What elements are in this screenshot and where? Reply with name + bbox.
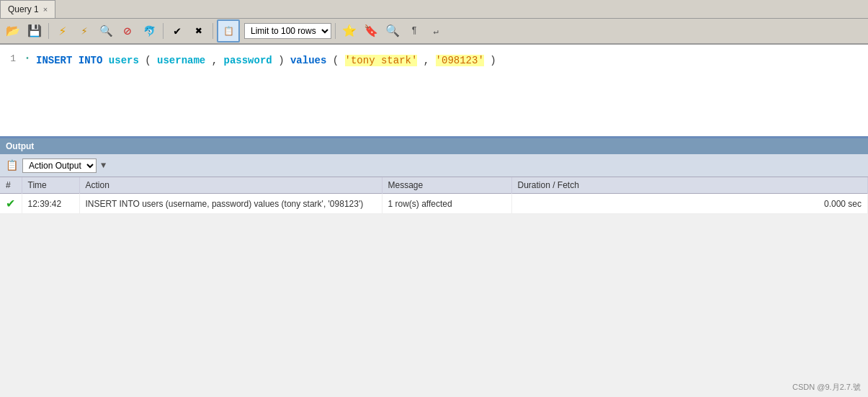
col-header-hash: # [0,177,22,194]
sql-code-line-1: INSERT INTO users ( username , password … [33,53,496,68]
watermark-text: CSDN @9.月2.7.號 [792,383,861,391]
separator-4 [335,23,336,39]
kw-val-comma: , [424,55,436,66]
kw-paren-open: ( [145,55,151,66]
separator-1 [48,23,49,39]
stop-button[interactable]: ⊘ [117,21,138,41]
kw-comma: , [212,55,224,66]
explain-button[interactable]: 🔍 [96,21,116,41]
query-tab[interactable]: Query 1 × [0,0,55,18]
word-wrap-button[interactable]: ↵ [426,21,446,41]
limit-select-container: Limit to 100 rows Limit to 200 rows Limi… [244,23,331,39]
kw-paren-close: ) [278,55,290,66]
output-toolbar: 📋 Action Output ▼ [0,154,868,177]
limit-select[interactable]: Limit to 100 rows Limit to 200 rows Limi… [244,23,331,39]
kw-vals-paren-close: ) [490,55,496,66]
val-name: 'tony stark' [345,55,418,66]
kw-values: values [290,55,333,66]
row-duration: 0.000 sec [511,194,868,214]
row-action: INSERT INTO users (username, password) v… [79,194,382,214]
toggle-output-button[interactable]: 📋 [217,19,240,43]
line-marker-1: • [22,53,33,63]
find-button[interactable]: 🔍 [382,21,403,41]
bookmark-button[interactable]: ⭐ [339,21,359,41]
col-header-duration: Duration / Fetch [511,177,868,194]
mysql-button[interactable]: 🐬 [139,21,159,41]
rollback-button[interactable]: ✖ [189,21,209,41]
tab-bar: Query 1 × [0,0,868,19]
output-header: Output [0,138,868,154]
output-panel: Output 📋 Action Output ▼ # Time Action M… [0,138,868,214]
kw-col2: password [224,55,272,66]
kw-insert: INSERT INTO [36,55,102,66]
commit-button[interactable]: ✔ [167,21,187,41]
table-row: ✔ 12:39:42 INSERT INTO users (username, … [0,194,868,214]
val-password: '098123' [436,55,484,66]
kw-vals-paren-open: ( [333,55,339,66]
watermark: CSDN @9.月2.7.號 [792,382,861,393]
col-header-message: Message [382,177,511,194]
row-time: 12:39:42 [22,194,79,214]
col-header-time: Time [22,177,79,194]
col-header-action: Action [79,177,382,194]
toolbar: 📂 💾 ⚡ ⚡ 🔍 ⊘ 🐬 ✔ ✖ 📋 Limit to 100 rows Li… [0,19,868,45]
table-header-row: # Time Action Message Duration / Fetch [0,177,868,194]
tab-close-button[interactable]: × [43,5,48,14]
line-number-1: 1 [0,53,22,64]
success-icon: ✔ [6,197,15,210]
execute-button[interactable]: ⚡ [53,21,73,41]
separator-3 [212,23,213,39]
separator-2 [163,23,164,39]
output-table: # Time Action Message Duration / Fetch ✔… [0,177,868,214]
snippets-button[interactable]: 🔖 [361,21,381,41]
output-table-area: # Time Action Message Duration / Fetch ✔… [0,177,868,214]
open-file-button[interactable]: 📂 [3,21,23,41]
row-message: 1 row(s) affected [382,194,511,214]
save-button[interactable]: 💾 [24,21,45,41]
action-output-select[interactable]: Action Output [22,159,97,173]
dropdown-arrow-icon: ▼ [101,161,106,171]
invisible-chars-button[interactable]: ¶ [404,21,424,41]
editor-line-1: 1 • INSERT INTO users ( username , passw… [0,52,868,70]
output-header-label: Output [6,141,34,151]
sql-editor[interactable]: 1 • INSERT INTO users ( username , passw… [0,45,868,138]
row-status-icon: ✔ [0,194,22,214]
execute-selection-button[interactable]: ⚡ [74,21,94,41]
output-icon: 📋 [6,159,18,171]
kw-col1: username [157,55,205,66]
kw-table: users [109,55,145,66]
tab-label: Query 1 [8,4,39,14]
